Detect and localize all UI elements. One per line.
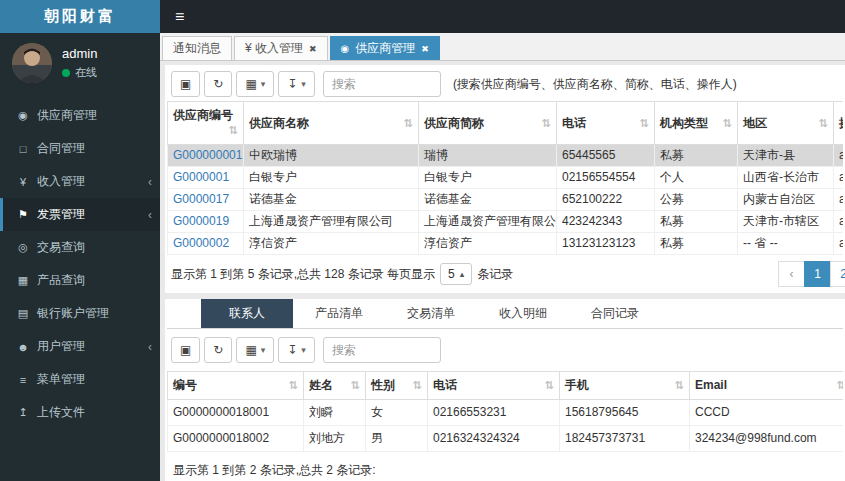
detail-tab-1[interactable]: 联系人	[201, 299, 293, 328]
refresh-button[interactable]: ↻	[204, 337, 232, 363]
cell-text: CCCD	[695, 405, 730, 419]
cell-text: 白银专户	[249, 170, 297, 184]
toggle-view-button[interactable]: ▣	[171, 337, 200, 363]
column-header-1[interactable]: 供应商编号⇅	[168, 102, 244, 145]
row-id-link[interactable]: G0000019	[173, 214, 229, 228]
cell: admin	[834, 145, 844, 167]
cell-text: 652100222	[562, 192, 622, 206]
cell-text: -- 省 --	[743, 236, 778, 250]
page-list: ‹12	[779, 261, 845, 287]
column-header-5[interactable]: 机构类型⇅	[655, 102, 738, 145]
column-header-label: 性别	[371, 378, 395, 392]
column-header-3[interactable]: 供应商简称⇅	[419, 102, 557, 145]
sort-icon[interactable]: ⇅	[819, 116, 828, 131]
caret-down-icon: ▾	[261, 79, 266, 89]
column-header-4[interactable]: 电话⇅	[428, 372, 560, 400]
detail-tab-5[interactable]: 合同记录	[569, 299, 661, 328]
sidebar-item-10[interactable]: ↥上传文件	[0, 396, 160, 429]
columns-dropdown-button[interactable]: ▦▾	[236, 337, 274, 363]
cell: 天津市-市辖区	[738, 211, 834, 233]
sidebar-item-3[interactable]: ¥收入管理‹	[0, 165, 160, 198]
brand-logo[interactable]: 朝阳财富	[0, 0, 160, 33]
sort-icon[interactable]: ⇅	[289, 378, 298, 393]
search-input[interactable]	[323, 337, 441, 363]
sort-icon[interactable]: ⇅	[404, 116, 413, 131]
sort-icon[interactable]: ⇅	[542, 116, 551, 131]
sidebar-item-9[interactable]: ≡菜单管理	[0, 363, 160, 396]
row-id-link[interactable]: G0000002	[173, 236, 229, 250]
sidebar-item-4[interactable]: ⚑发票管理‹	[0, 198, 160, 231]
column-header-2[interactable]: 供应商名称⇅	[244, 102, 419, 145]
toggle-icon: ▣	[180, 343, 191, 357]
table-row[interactable]: G0000001白银专户白银专户02156554554个人山西省-长治市admi…	[168, 167, 844, 189]
sort-icon[interactable]: ⇅	[229, 123, 238, 138]
cell: 天津市-县	[738, 145, 834, 167]
suppliers-icon: ◉	[15, 109, 31, 122]
table-row[interactable]: G0000017诺德基金诺德基金652100222公募内蒙古自治区admin	[168, 189, 844, 211]
header-row: 编号⇅姓名⇅性别⇅电话⇅手机⇅Email⇅	[168, 372, 844, 400]
row-id-link[interactable]: G0000001	[173, 170, 229, 184]
invoice-icon: ⚑	[15, 208, 31, 221]
sidebar-item-5[interactable]: ◎交易查询	[0, 231, 160, 264]
supplier-table-wrap: 供应商编号⇅供应商名称⇅供应商简称⇅电话⇅机构类型⇅地区⇅操作人⇅G000000…	[167, 101, 843, 255]
toggle-view-button[interactable]: ▣	[171, 71, 200, 97]
tab-close-icon[interactable]: ✖	[421, 44, 429, 54]
tab-2[interactable]: ¥ 收入管理✖	[234, 36, 328, 60]
cell-text: 天津市-市辖区	[743, 214, 819, 228]
sidebar-item-7[interactable]: ▤银行账户管理	[0, 297, 160, 330]
table-row[interactable]: G0000019上海通晟资产管理有限公司上海通晟资产管理有限公司42324234…	[168, 211, 844, 233]
columns-dropdown-button[interactable]: ▦▾	[236, 71, 274, 97]
refresh-button[interactable]: ↻	[204, 71, 232, 97]
cell-text: 刘地方	[309, 431, 345, 445]
header-row: 供应商编号⇅供应商名称⇅供应商简称⇅电话⇅机构类型⇅地区⇅操作人⇅	[168, 102, 844, 145]
sidebar-item-6[interactable]: ▦产品查询	[0, 264, 160, 297]
cell: 13123123123	[557, 233, 655, 255]
column-header-1[interactable]: 编号⇅	[168, 372, 304, 400]
column-header-6[interactable]: Email⇅	[690, 372, 844, 400]
column-header-2[interactable]: 姓名⇅	[304, 372, 366, 400]
table-row[interactable]: G0000000018002刘地方男0216324324324182457373…	[168, 426, 844, 452]
sidebar-item-2[interactable]: □合同管理	[0, 132, 160, 165]
search-input[interactable]	[323, 71, 441, 97]
cell: 淳信资产	[244, 233, 419, 255]
row-id-link[interactable]: G0000000018	[173, 148, 244, 162]
export-dropdown-button[interactable]: ↧▾	[278, 337, 315, 363]
cell: 男	[366, 426, 428, 452]
sort-icon[interactable]: ⇅	[675, 378, 684, 393]
sidebar-item-8[interactable]: ☻用户管理‹	[0, 330, 160, 363]
tab-close-icon[interactable]: ✖	[309, 44, 317, 54]
sort-icon[interactable]: ⇅	[413, 378, 422, 393]
tab-3[interactable]: ◉供应商管理✖	[330, 36, 440, 60]
user-status: 在线	[62, 65, 97, 80]
detail-tab-4[interactable]: 收入明细	[477, 299, 569, 328]
page-button-2[interactable]: 2	[830, 261, 845, 287]
table-row[interactable]: G0000000018中欧瑞博瑞博65445565私募天津市-县admin	[168, 145, 844, 167]
sidebar-item-1[interactable]: ◉供应商管理	[0, 99, 160, 132]
sort-icon[interactable]: ⇅	[723, 116, 732, 131]
column-header-6[interactable]: 地区⇅	[738, 102, 834, 145]
page-button-1[interactable]: 1	[804, 261, 831, 287]
content-area: 通知消息¥ 收入管理✖◉供应商管理✖ ▣↻▦▾↧▾(搜索供应商编号、供应商名称、…	[160, 33, 845, 481]
cell-text: 423242343	[562, 214, 622, 228]
sort-icon[interactable]: ⇅	[640, 116, 649, 131]
cell: G0000001	[168, 167, 244, 189]
prev-page-button[interactable]: ‹	[778, 261, 805, 287]
sort-icon[interactable]: ⇅	[545, 378, 554, 393]
sort-icon[interactable]: ⇅	[351, 378, 360, 393]
page-size-dropdown[interactable]: 5 ▴	[440, 263, 472, 285]
column-header-7[interactable]: 操作人⇅	[834, 102, 844, 145]
column-header-3[interactable]: 性别⇅	[366, 372, 428, 400]
sort-icon[interactable]: ⇅	[837, 378, 843, 393]
column-header-label: 地区	[743, 116, 767, 130]
detail-tab-2[interactable]: 产品清单	[293, 299, 385, 328]
table-row[interactable]: G0000000018001刘瞬女0216655323115618795645C…	[168, 400, 844, 426]
detail-panel: 联系人产品清单交易清单收入明细合同记录 ▣↻▦▾↧▾ 编号⇅姓名⇅性别⇅电话⇅手…	[165, 299, 845, 481]
column-header-4[interactable]: 电话⇅	[557, 102, 655, 145]
table-row[interactable]: G0000002淳信资产淳信资产13123123123私募-- 省 --admi…	[168, 233, 844, 255]
export-dropdown-button[interactable]: ↧▾	[278, 71, 315, 97]
row-id-link[interactable]: G0000017	[173, 192, 229, 206]
sidebar-toggle-button[interactable]: ≡	[160, 8, 199, 26]
column-header-5[interactable]: 手机⇅	[560, 372, 690, 400]
detail-tab-3[interactable]: 交易清单	[385, 299, 477, 328]
tab-1[interactable]: 通知消息	[162, 36, 232, 60]
